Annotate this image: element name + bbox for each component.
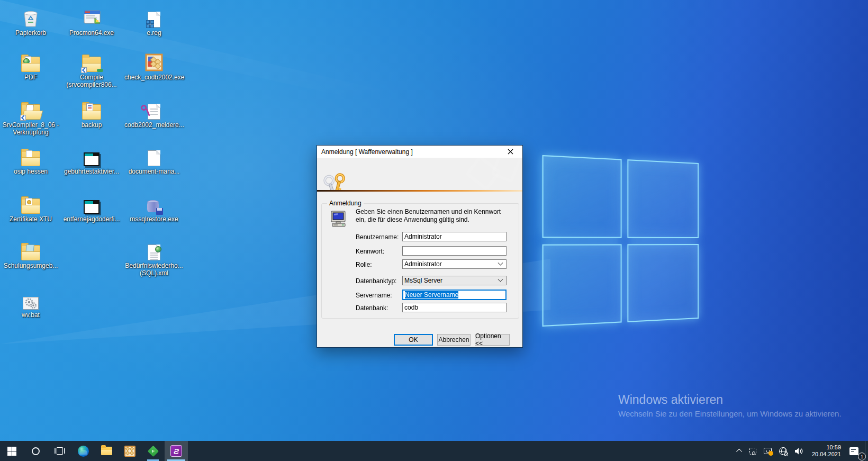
servername-value-selected: Neuer Servername [405, 291, 458, 299]
document-key-icon [124, 97, 184, 120]
desktop-icon-label: mssqlrestore.exe [130, 215, 178, 223]
benutzername-value: Administrator [404, 233, 442, 240]
datenbanktyp-value: MsSql Server [404, 276, 442, 285]
field-label-rolle: Rolle: [356, 261, 372, 268]
datenbanktyp-dropdown[interactable]: MsSql Server [402, 276, 507, 285]
rolle-dropdown[interactable]: Administrator [402, 259, 507, 269]
desktop-icon-procmon64[interactable]: Procmon64.exe [62, 5, 121, 37]
desktop-icon-label: backup [82, 121, 102, 129]
desktop-icon-label: wv.bat [22, 311, 40, 319]
folder-certificate-icon [1, 192, 60, 214]
banner-rule [317, 190, 522, 192]
datenbank-input[interactable]: codb [402, 303, 507, 312]
screen: Windows aktivieren Wechseln Sie zu den E… [0, 0, 868, 461]
activation-subtitle: Wechseln Sie zu den Einstellungen, um Wi… [618, 409, 842, 418]
desktop-icon-compile[interactable]: Compile (srvcompiler806... [62, 50, 121, 89]
desktop-icon-codb2002-melde[interactable]: codb2002_meldere... [124, 97, 184, 129]
gears-batch-icon [1, 287, 60, 310]
waffenverwaltung-app-icon: Ƨ [170, 445, 182, 457]
close-button[interactable] [499, 146, 522, 158]
desktop-icon-document-mana[interactable]: document-mana... [124, 144, 184, 176]
desktop-icon-entfernejagd[interactable]: entfernejagdoderfi... [62, 192, 121, 223]
setup-app-taskbar-button[interactable] [118, 441, 141, 461]
windows-logo-wallpaper [540, 163, 699, 319]
logo-pane [542, 155, 622, 238]
setup-app-icon [124, 50, 184, 72]
tray-display-button[interactable] [760, 441, 775, 461]
rolle-value: Administrator [404, 260, 442, 268]
activation-watermark: Windows aktivieren Wechseln Sie zu den E… [618, 393, 842, 418]
field-label-servername: Servername: [356, 292, 392, 299]
notification-badge: 1 [858, 453, 866, 460]
servername-input[interactable]: Neuer Servername [402, 290, 507, 300]
start-icon [7, 447, 16, 456]
edge-icon [78, 446, 89, 457]
desktop-icon-beduerfnis-xml[interactable]: Bedürfniswiederho... (SQL).xml [124, 238, 184, 277]
dialog-banner [317, 158, 522, 190]
folder-documents-icon [62, 97, 121, 120]
desktop-icon-label: SrvCompiler_8_06 - Verknüpfung [1, 121, 60, 136]
login-dialog: Anmeldung [ Waffenverwaltung ] [317, 145, 523, 348]
batch-file-icon [62, 192, 121, 214]
desktop-icon-ereg[interactable]: e.reg [124, 5, 184, 37]
desktop-icon-label: Papierkorb [15, 29, 46, 37]
open-folder-shortcut-icon [1, 97, 60, 120]
keys-icon [321, 171, 349, 190]
field-label-datenbank: Datenbank: [356, 304, 388, 312]
tray-volume-button[interactable] [791, 441, 807, 461]
dialog-description: Geben Sie einen Benutzernamen und ein Ke… [356, 208, 512, 224]
desktop-icon-check-codb2002[interactable]: check_codb2002.exe [124, 50, 184, 82]
abbrechen-button[interactable]: Abbrechen [437, 334, 471, 346]
database-restore-icon [124, 192, 184, 214]
ok-button[interactable]: OK [394, 334, 433, 346]
datenbank-value: codb [404, 304, 418, 311]
green-app-taskbar-button[interactable]: F [141, 441, 165, 461]
desktop-icon-zertifikate-xtu[interactable]: Zertifikate XTU [1, 192, 60, 223]
benutzername-input[interactable]: Administrator [402, 232, 507, 241]
waffenverwaltung-taskbar-button[interactable]: Ƨ [165, 441, 188, 461]
taskbar-clock[interactable]: 10:59 20.04.2021 [807, 441, 846, 461]
clock-time: 10:59 [826, 444, 841, 451]
action-center-button[interactable]: 1 [846, 441, 865, 461]
edge-taskbar-button[interactable] [71, 441, 95, 461]
start-button[interactable] [0, 441, 24, 461]
batch-file-icon [62, 144, 121, 166]
clock-date: 20.04.2021 [812, 451, 841, 458]
chevron-up-icon [736, 449, 742, 455]
desktop-icon-backup[interactable]: backup [62, 97, 121, 129]
setup-app-icon [124, 446, 135, 457]
file-explorer-icon [101, 447, 112, 455]
taskbar: F Ƨ [0, 441, 868, 461]
login-groupbox: Anmeldung Geben Sie einen Benutzernamen … [321, 203, 519, 319]
tray-tablet-button[interactable] [746, 441, 760, 461]
desktop-icon-mssqlrestore[interactable]: mssqlrestore.exe [124, 192, 184, 223]
desktop-icon-wvbat[interactable]: wv.bat [1, 287, 60, 319]
cortana-button[interactable] [24, 441, 48, 461]
dialog-title: Anmeldung [ Waffenverwaltung ] [317, 148, 413, 156]
procmon-app-icon [62, 5, 121, 28]
desktop-icon-label: check_codb2002.exe [124, 74, 184, 81]
kennwort-input[interactable] [402, 246, 507, 256]
optionen-button[interactable]: Optionen << [475, 334, 510, 346]
folder-picture-icon [1, 238, 60, 260]
field-label-kennwort: Kennwort: [356, 248, 384, 255]
desktop-icon-pdf[interactable]: PDF [1, 50, 60, 82]
desktop-icon-label: document-mana... [129, 168, 180, 175]
desktop-icon-label: Procmon64.exe [69, 29, 114, 37]
desktop-icon-label: PDF [24, 74, 37, 81]
tablet-mode-icon [749, 448, 756, 455]
tray-network-button[interactable] [775, 441, 791, 461]
desktop-icon-papierkorb[interactable]: Papierkorb [1, 5, 60, 37]
desktop-icon-srvcompiler[interactable]: SrvCompiler_8_06 - Verknüpfung [1, 97, 60, 137]
tray-expand-button[interactable] [734, 441, 746, 461]
folder-shortcut-icon [62, 50, 121, 72]
logo-pane [627, 244, 699, 322]
desktop-icon-osip-hessen[interactable]: osip hessen [1, 144, 60, 176]
desktop-icon-label: Zertifikate XTU [10, 215, 52, 223]
desktop-icon-gebuehrtest[interactable]: gebührtestaktivier... [62, 144, 121, 176]
folder-icon [1, 144, 60, 166]
task-view-button[interactable] [48, 441, 71, 461]
desktop-icon-schulungsumgebung[interactable]: Schulungsumgeb... [1, 238, 60, 270]
dialog-titlebar[interactable]: Anmeldung [ Waffenverwaltung ] [317, 146, 522, 158]
file-explorer-taskbar-button[interactable] [95, 441, 118, 461]
